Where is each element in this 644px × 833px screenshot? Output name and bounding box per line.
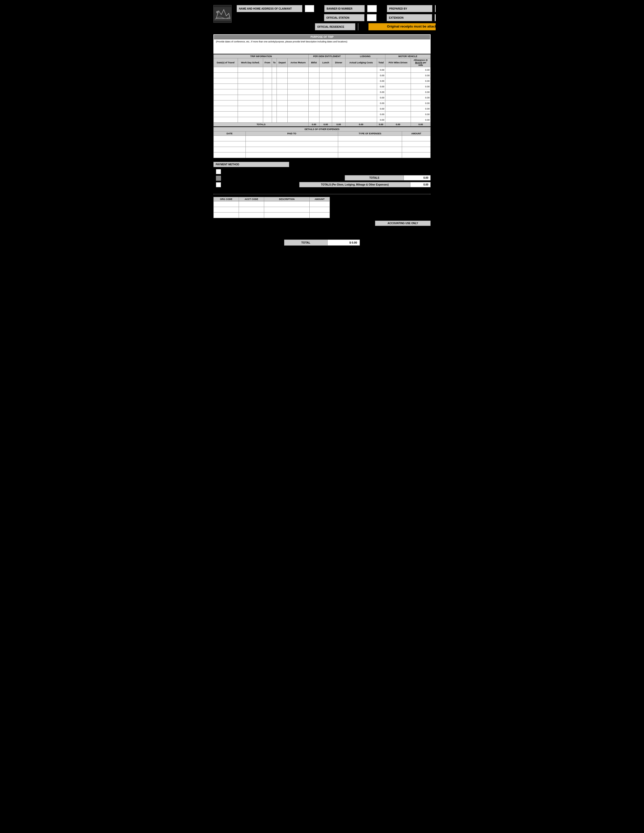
row-cell-9[interactable] <box>345 112 377 117</box>
other-paid_to[interactable] <box>245 153 338 158</box>
coding-org-value[interactable] <box>214 212 239 218</box>
row-cell-6[interactable] <box>309 106 319 112</box>
row-cell-0[interactable] <box>214 84 238 89</box>
row-cell-6[interactable] <box>309 95 319 100</box>
row-allowance[interactable]: 0.00 <box>411 100 431 106</box>
official-residence-value[interactable] <box>358 23 358 30</box>
prepared-by-value[interactable] <box>435 5 436 12</box>
name-address-value[interactable] <box>305 5 314 12</box>
row-cell-2[interactable] <box>263 100 272 106</box>
row-cell-6[interactable] <box>309 67 319 73</box>
row-cell-3[interactable] <box>272 73 277 78</box>
coding-acct-value[interactable] <box>239 212 264 218</box>
row-cell-8[interactable] <box>332 78 345 84</box>
other-amount[interactable] <box>402 142 431 147</box>
row-cell-5[interactable] <box>288 84 309 89</box>
row-cell-6[interactable] <box>309 89 319 95</box>
row-allowance[interactable]: 0.00 <box>411 89 431 95</box>
row-allowance[interactable]: 0.00 <box>411 67 431 73</box>
row-cell-11[interactable] <box>385 73 411 78</box>
coding-desc-value[interactable] <box>264 207 310 212</box>
row-cell-3[interactable] <box>272 78 277 84</box>
row-cell-8[interactable] <box>332 100 345 106</box>
row-cell-8[interactable] <box>332 112 345 117</box>
row-cell-6[interactable] <box>309 117 319 123</box>
other-date[interactable] <box>214 147 246 153</box>
row-cell-5[interactable] <box>288 78 309 84</box>
row-cell-4[interactable] <box>277 117 288 123</box>
row-cell-5[interactable] <box>288 95 309 100</box>
row-cell-3[interactable] <box>272 89 277 95</box>
row-cell-9[interactable] <box>345 89 377 95</box>
row-total[interactable]: 0.00 <box>377 89 385 95</box>
other-paid_to[interactable] <box>245 142 338 147</box>
coding-org-value[interactable] <box>214 207 239 212</box>
row-cell-11[interactable] <box>385 84 411 89</box>
row-cell-9[interactable] <box>345 106 377 112</box>
row-cell-2[interactable] <box>263 117 272 123</box>
checkbox-2[interactable] <box>216 176 221 181</box>
coding-amount-value[interactable] <box>310 212 330 218</box>
row-allowance[interactable]: 0.00 <box>411 73 431 78</box>
row-cell-2[interactable] <box>263 78 272 84</box>
row-cell-2[interactable] <box>263 95 272 100</box>
row-cell-3[interactable] <box>272 117 277 123</box>
row-cell-8[interactable] <box>332 84 345 89</box>
row-cell-4[interactable] <box>277 73 288 78</box>
row-cell-3[interactable] <box>272 106 277 112</box>
other-date[interactable] <box>214 153 246 158</box>
payment-option-1[interactable] <box>216 169 289 174</box>
row-cell-5[interactable] <box>288 112 309 117</box>
purpose-body[interactable]: (Provide dates of conference, etc.; if m… <box>214 39 430 53</box>
row-cell-8[interactable] <box>332 73 345 78</box>
payment-option-2[interactable] <box>216 176 289 181</box>
row-total[interactable]: 0.00 <box>377 67 385 73</box>
row-cell-1[interactable] <box>238 106 263 112</box>
row-cell-7[interactable] <box>319 100 332 106</box>
other-paid_to[interactable] <box>245 147 338 153</box>
other-amount[interactable] <box>402 136 431 142</box>
row-cell-2[interactable] <box>263 73 272 78</box>
other-amount[interactable] <box>402 147 431 153</box>
row-cell-7[interactable] <box>319 106 332 112</box>
row-cell-2[interactable] <box>263 67 272 73</box>
other-date[interactable] <box>214 136 246 142</box>
row-cell-1[interactable] <box>238 78 263 84</box>
row-cell-0[interactable] <box>214 106 238 112</box>
row-total[interactable]: 0.00 <box>377 73 385 78</box>
row-cell-5[interactable] <box>288 67 309 73</box>
row-cell-6[interactable] <box>309 112 319 117</box>
row-cell-2[interactable] <box>263 112 272 117</box>
row-cell-11[interactable] <box>385 89 411 95</box>
row-cell-11[interactable] <box>385 112 411 117</box>
row-cell-11[interactable] <box>385 95 411 100</box>
row-cell-0[interactable] <box>214 112 238 117</box>
row-cell-8[interactable] <box>332 89 345 95</box>
row-cell-0[interactable] <box>214 89 238 95</box>
row-cell-2[interactable] <box>263 106 272 112</box>
row-cell-0[interactable] <box>214 95 238 100</box>
banner-id-value[interactable] <box>367 5 377 12</box>
row-cell-3[interactable] <box>272 95 277 100</box>
row-cell-1[interactable] <box>238 100 263 106</box>
other-amount[interactable] <box>402 153 431 158</box>
row-cell-0[interactable] <box>214 100 238 106</box>
row-cell-1[interactable] <box>238 67 263 73</box>
row-allowance[interactable]: 0.00 <box>411 78 431 84</box>
coding-amount-value[interactable] <box>310 207 330 212</box>
row-cell-8[interactable] <box>332 67 345 73</box>
row-allowance[interactable]: 0.00 <box>411 112 431 117</box>
row-allowance[interactable]: 0.00 <box>411 117 431 123</box>
row-cell-9[interactable] <box>345 100 377 106</box>
row-cell-7[interactable] <box>319 73 332 78</box>
row-cell-9[interactable] <box>345 84 377 89</box>
row-cell-3[interactable] <box>272 67 277 73</box>
coding-org-value[interactable] <box>214 201 239 207</box>
row-cell-11[interactable] <box>385 117 411 123</box>
row-cell-4[interactable] <box>277 78 288 84</box>
row-cell-1[interactable] <box>238 89 263 95</box>
coding-amount-value[interactable] <box>310 201 330 207</box>
row-cell-4[interactable] <box>277 100 288 106</box>
row-allowance[interactable]: 0.00 <box>411 84 431 89</box>
row-cell-2[interactable] <box>263 89 272 95</box>
